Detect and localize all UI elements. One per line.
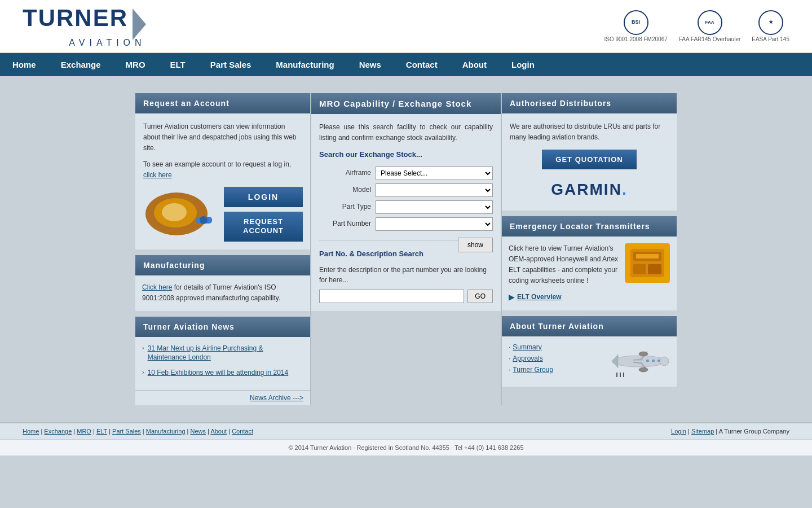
request-account-button[interactable]: REQUEST ACCOUNT [224,212,303,242]
nav-exchange[interactable]: Exchange [48,53,113,76]
engine-svg [143,189,216,239]
bullet-icon-turner-group: · [509,366,510,374]
about-approvals-item: · Approvals [509,354,603,362]
logo-text: TURNER [23,5,128,31]
bsi-icon: BSI [624,10,648,35]
nav-contact[interactable]: Contact [394,53,450,76]
auth-description: We are authorised to distribute LRUs and… [510,121,669,143]
main-nav: Home Exchange MRO ELT Part Sales Manufac… [0,53,812,76]
nav-manufacturing[interactable]: Manufacturing [263,53,346,76]
footer-contact[interactable]: Contact [232,428,253,435]
model-label: Model [319,185,376,195]
part-search-input[interactable] [319,290,464,303]
manufacturing-header: Manufacturing [135,255,310,275]
news-arrow-icon-1: › [142,344,144,351]
search-title: Search our Exchange Stock... [319,149,493,161]
about-header: About Turner Aviation [502,316,677,336]
click-here-link[interactable]: click here [143,171,172,179]
airframe-select[interactable]: Please Select... [376,167,493,180]
svg-point-11 [660,357,669,366]
part-search-description: Enter the description or the part number… [319,265,493,285]
about-links: · Summary · Approvals · Turner Group [509,343,603,380]
svg-rect-8 [633,264,646,274]
page-header: TURNER AVIATION BSI ISO 9001:2008 FM2006… [0,0,812,53]
footer-mro[interactable]: MRO [77,428,91,435]
model-row: Model [319,183,493,197]
news-item-1: › 31 Mar Next up is Airline Purchasing &… [142,344,303,363]
news-header: Turner Aviation News [135,317,310,337]
mro-body: Please use this search facility to check… [311,114,501,311]
airframe-row: Airframe Please Select... [319,167,493,180]
about-turner-group-item: · Turner Group [509,366,603,374]
svg-point-15 [639,352,648,356]
footer-home[interactable]: Home [23,428,39,435]
cert-bsi: BSI ISO 9001:2008 FM20067 [604,10,667,42]
exchange-search-section: Search our Exchange Stock... Airframe Pl… [319,149,493,231]
nav-news[interactable]: News [347,53,394,76]
auth-header: Authorised Distributors [502,93,677,113]
nav-login[interactable]: Login [499,53,547,76]
login-button[interactable]: LOGIN [224,187,303,207]
nav-home[interactable]: Home [0,53,48,76]
footer-about[interactable]: About [210,428,227,435]
news-item-2: › 10 Feb Exhibitions we will be attendin… [142,368,303,378]
part-number-row: Part Number [319,217,493,231]
manufacturing-link[interactable]: Click here [142,283,172,291]
logo-aviation-text: AVIATION [23,38,146,48]
main-content: Request an Account Turner Aviation custo… [135,93,677,405]
about-approvals-link[interactable]: Approvals [513,354,542,362]
news-link-2[interactable]: 10 Feb Exhibitions we will be attending … [148,368,289,378]
manufacturing-body: Click here for details of Turner Aviatio… [135,275,310,310]
about-summary-link[interactable]: Summary [513,343,541,351]
footer-part-sales[interactable]: Part Sales [112,428,141,435]
elt-arrow-icon: ▶ [509,291,515,303]
bullet-icon-approvals: · [509,354,510,362]
nav-elt[interactable]: ELT [158,53,198,76]
request-description: Turner Aviation customers can view infor… [143,121,302,154]
news-link-1[interactable]: 31 Mar Next up is Airline Purchasing & M… [148,344,303,363]
footer-news[interactable]: News [191,428,206,435]
left-column: Request an Account Turner Aviation custo… [135,93,310,405]
footer-bottom: © 2014 Turner Aviation · Registered in S… [0,439,812,456]
plane-svg [608,343,670,380]
part-type-row: Part Type [319,200,493,214]
elt-image [625,243,670,283]
footer-login[interactable]: Login [671,428,686,435]
svg-rect-18 [652,360,655,362]
footer-manufacturing[interactable]: Manufacturing [146,428,186,435]
elt-description: Click here to view Turner Aviation's OEM… [509,243,619,287]
part-number-select[interactable] [376,217,493,231]
footer-nav: Home | Exchange | MRO | ELT | Part Sales… [0,422,812,439]
garmin-logo: GARMIN. [510,177,669,203]
nav-part-sales[interactable]: Part Sales [198,53,264,76]
plane-image [608,343,670,380]
news-body: › 31 Mar Next up is Airline Purchasing &… [135,337,310,390]
part-type-select[interactable] [376,200,493,214]
airframe-label: Airframe [319,168,376,178]
nav-about[interactable]: About [450,53,499,76]
news-archive-link[interactable]: News Archive ---> [250,394,303,402]
logo-block: TURNER AVIATION [23,5,146,48]
footer-nav-right: Login | Sitemap | A Turner Group Company [671,428,789,435]
about-turner-group-link[interactable]: Turner Group [513,366,553,374]
elt-panel: Emergency Locator Transmitters Click her… [502,216,677,310]
faa-label: FAA FAR145 Overhauler [679,36,741,42]
elt-header: Emergency Locator Transmitters [502,216,677,237]
footer-sitemap[interactable]: Sitemap [691,428,714,435]
elt-body: Click here to view Turner Aviation's OEM… [502,237,677,310]
svg-rect-7 [636,254,659,259]
elt-overview-link[interactable]: ELT Overview [517,292,561,303]
footer-exchange[interactable]: Exchange [44,428,72,435]
footer-elt[interactable]: ELT [96,428,107,435]
about-summary-item: · Summary [509,343,603,351]
nav-mro[interactable]: MRO [113,53,158,76]
model-select[interactable] [376,183,493,197]
mro-description: Please use this search facility to check… [319,122,493,143]
request-instruction: To see an example account or to request … [143,159,302,181]
cert-faa: FAA FAA FAR145 Overhauler [679,10,741,42]
show-button[interactable]: show [458,238,493,252]
get-quotation-button[interactable]: GET QUOTATION [542,150,636,169]
request-account-panel: Request an Account Turner Aviation custo… [135,93,310,250]
go-button[interactable]: GO [467,290,493,303]
manufacturing-panel: Manufacturing Click here for details of … [135,255,310,310]
